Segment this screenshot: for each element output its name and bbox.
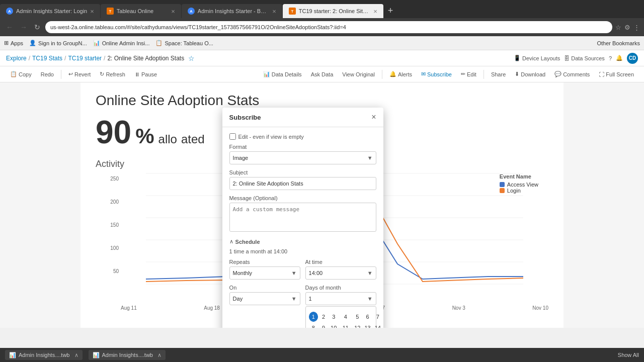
extensions-icon[interactable]: ⚙	[624, 24, 630, 31]
copy-label: Copy	[19, 71, 32, 77]
help-icon[interactable]: ?	[609, 55, 612, 61]
breadcrumb-tc19starter[interactable]: TC19 starter	[68, 55, 102, 62]
bottom-close-1[interactable]: ∧	[74, 352, 78, 358]
favorite-star-icon[interactable]: ☆	[188, 54, 195, 62]
device-layouts-button[interactable]: 📱 Device Layouts	[514, 55, 560, 61]
share-button[interactable]: Share	[487, 70, 510, 79]
bookmark-admin[interactable]: 📊 Online Admin Insi...	[93, 40, 150, 46]
day-9[interactable]: 9	[319, 323, 328, 328]
tab-add-button[interactable]: +	[384, 6, 397, 16]
groupn-icon: 👤	[29, 40, 36, 46]
day-6[interactable]: 6	[363, 312, 372, 322]
day-12[interactable]: 12	[353, 323, 362, 328]
stat-desc-1: allo	[158, 132, 177, 146]
tab-tableau-online[interactable]: T Tableau Online ×	[101, 4, 181, 18]
bookmark-star-icon[interactable]: ☆	[615, 24, 621, 31]
bottom-item-2[interactable]: 📊 Admin Insights....twb ∧	[89, 350, 166, 360]
redo-button[interactable]: Redo	[37, 70, 58, 79]
modal-title: Subscribe	[229, 114, 261, 121]
device-layouts-label: Device Layouts	[522, 55, 560, 61]
toolbar-separator-1	[61, 70, 61, 79]
days-select[interactable]: 1 ▼	[305, 292, 376, 305]
user-avatar[interactable]: CD	[627, 53, 638, 64]
tableau-nav-toolbar: Explore / TC19 Stats / TC19 starter / 2:…	[0, 50, 644, 66]
attime-label: At time	[305, 259, 376, 265]
copy-button[interactable]: 📋 Copy	[6, 69, 36, 79]
day-3[interactable]: 3	[329, 312, 338, 322]
format-select[interactable]: Image ▼	[229, 151, 376, 164]
day-13[interactable]: 13	[363, 323, 372, 328]
tab-close-4[interactable]: ×	[373, 8, 377, 15]
tab-close-3[interactable]: ×	[272, 8, 276, 15]
breadcrumb-tc19stats[interactable]: TC19 Stats	[32, 55, 62, 62]
edit-button[interactable]: ✏ Edit	[457, 69, 480, 79]
bottom-item-1[interactable]: 📊 Admin Insights....twb ∧	[5, 350, 83, 360]
schedule-header[interactable]: ∧ Schedule	[229, 238, 376, 245]
day-4[interactable]: 4	[339, 312, 352, 322]
more-icon[interactable]: ⋮	[633, 24, 640, 31]
pause-button[interactable]: ⏸ Pause	[130, 70, 161, 79]
bookmark-other[interactable]: Other Bookmarks	[597, 40, 640, 46]
message-textarea[interactable]	[229, 203, 376, 232]
download-button[interactable]: ⬇ Download	[511, 69, 549, 79]
subject-input[interactable]	[229, 177, 376, 190]
refresh-button[interactable]: ↻ Refresh	[96, 69, 129, 79]
full-screen-button[interactable]: ⛶ Full Screen	[595, 70, 638, 79]
attime-row: At time 14:00 ▼	[305, 259, 376, 280]
day-11[interactable]: 11	[339, 323, 352, 328]
tab-tc19[interactable]: T TC19 starter: 2: Online Site A... ×	[283, 4, 383, 18]
alerts-icon: 🔔	[389, 71, 396, 77]
attime-select[interactable]: 14:00 ▼	[305, 266, 376, 280]
empty-view-checkbox[interactable]	[229, 133, 236, 140]
day-8[interactable]: 8	[309, 323, 318, 328]
alerts-button[interactable]: 🔔 Alerts	[385, 69, 416, 79]
tab-admin-beta[interactable]: A Admin Insights Starter - Beta... ×	[182, 4, 282, 18]
nav-reload[interactable]: ↻	[32, 22, 42, 32]
subject-row: Subject	[229, 169, 376, 190]
notification-icon[interactable]: 🔔	[616, 55, 623, 61]
tab-title-3: Admin Insights Starter - Beta...	[198, 8, 269, 14]
ask-data-button[interactable]: Ask Data	[307, 70, 338, 79]
tab-bar: A Admin Insights Starter: Login × T Tabl…	[0, 0, 644, 18]
days-dropdown-container: 1 ▼ 1 2 3 4 5 6 7	[305, 292, 376, 305]
nav-forward[interactable]: →	[18, 22, 29, 32]
subscribe-button[interactable]: ✉ Subscribe	[417, 69, 456, 79]
legend-title: Event Name	[500, 173, 538, 179]
data-sources-button[interactable]: 🗄 Data Sources	[564, 55, 605, 61]
bookmark-space[interactable]: 📋 Space: Tableau O...	[155, 40, 213, 46]
format-row: Format Image ▼	[229, 144, 376, 164]
breadcrumb-sep1: /	[29, 55, 30, 62]
data-details-button[interactable]: 📊 Data Details	[259, 69, 306, 79]
day-14[interactable]: 14	[373, 323, 382, 328]
action-toolbar: 📋 Copy Redo ↩ Revert ↻ Refresh ⏸ Pause 📊…	[0, 66, 644, 82]
view-original-button[interactable]: View Original	[338, 70, 379, 79]
tab-title-2: Tableau Online	[117, 8, 168, 14]
repeats-select[interactable]: Monthly ▼	[229, 266, 300, 280]
day-2[interactable]: 2	[319, 312, 328, 322]
x-label-aug11: Aug 11	[121, 305, 137, 311]
legend-dot-login	[500, 188, 505, 193]
on-select[interactable]: Day ▼	[229, 292, 300, 305]
tab-admin-insights[interactable]: A Admin Insights Starter: Login ×	[0, 4, 100, 18]
breadcrumb-explore[interactable]: Explore	[6, 55, 27, 62]
bottom-close-2[interactable]: ∧	[157, 352, 162, 358]
days-value: 1	[309, 296, 312, 302]
revert-button[interactable]: ↩ Revert	[64, 69, 95, 79]
show-all-button[interactable]: Show All	[618, 352, 639, 358]
day-7[interactable]: 7	[373, 312, 382, 322]
modal-close-button[interactable]: ×	[371, 113, 376, 122]
schedule-section: ∧ Schedule 1 time a month at 14:00	[229, 238, 376, 255]
day-1[interactable]: 1	[309, 312, 318, 322]
tab-close-2[interactable]: ×	[171, 8, 175, 15]
nav-back[interactable]: ←	[4, 22, 15, 32]
modal-body: Edit - even if view is empty Format Imag…	[222, 127, 383, 328]
day-10[interactable]: 10	[329, 323, 338, 328]
tab-close-1[interactable]: ×	[90, 8, 94, 15]
bookmark-groupn[interactable]: 👤 Sign in to GroupN...	[29, 40, 87, 46]
comments-button[interactable]: 💬 Comments	[550, 69, 594, 79]
day-5[interactable]: 5	[353, 312, 362, 322]
schedule-value: 1 time a month at 14:00	[229, 248, 288, 254]
subject-label: Subject	[229, 169, 376, 175]
bookmark-apps[interactable]: ⊞ Apps	[4, 40, 23, 46]
address-input[interactable]	[45, 21, 612, 33]
